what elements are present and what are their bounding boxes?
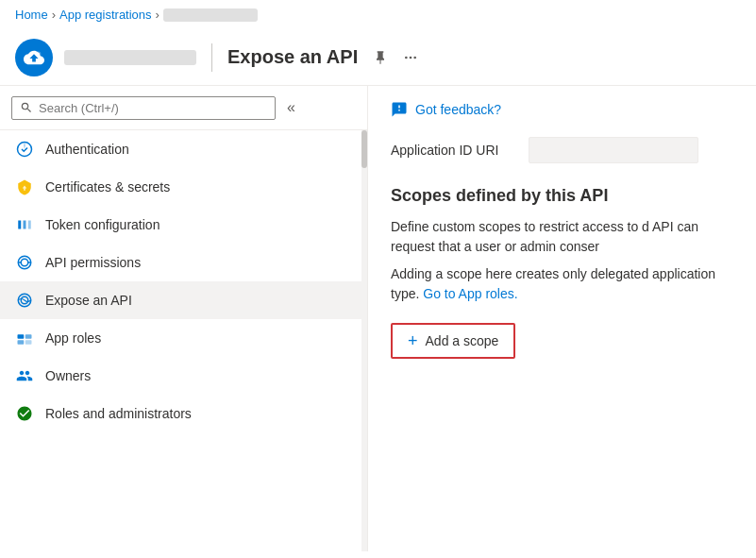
sidebar-item-owners[interactable]: Owners bbox=[0, 357, 367, 395]
svg-point-2 bbox=[410, 56, 412, 59]
page-title: Expose an API bbox=[227, 46, 358, 68]
main-layout: « Authentication bbox=[0, 86, 756, 551]
approles-icon bbox=[15, 329, 34, 347]
collapse-sidebar-button[interactable]: « bbox=[283, 95, 299, 120]
token-icon bbox=[15, 215, 34, 234]
owners-icon bbox=[15, 366, 34, 385]
pin-button[interactable] bbox=[369, 46, 392, 69]
app-icon bbox=[15, 39, 53, 76]
header-divider bbox=[211, 43, 212, 72]
svg-rect-14 bbox=[18, 334, 25, 339]
svg-rect-17 bbox=[25, 340, 32, 345]
scopes-desc-1: Define custom scopes to restrict access … bbox=[391, 217, 733, 257]
content-area: Got feedback? Application ID URI Scopes … bbox=[368, 86, 756, 551]
breadcrumb-sep-1: › bbox=[52, 8, 56, 22]
svg-rect-15 bbox=[25, 334, 32, 339]
api-icon bbox=[15, 253, 34, 272]
svg-rect-6 bbox=[24, 221, 26, 229]
more-options-button[interactable] bbox=[399, 46, 422, 69]
breadcrumb-current-app bbox=[163, 8, 258, 22]
sidebar-item-api-permissions-label: API permissions bbox=[45, 255, 141, 270]
pin-icon bbox=[373, 50, 388, 65]
app-id-uri-row: Application ID URI bbox=[391, 137, 733, 163]
breadcrumb: Home › App registrations › bbox=[0, 0, 756, 29]
svg-point-1 bbox=[405, 56, 408, 59]
sidebar-item-token-label: Token configuration bbox=[45, 217, 160, 232]
app-id-uri-value bbox=[529, 137, 698, 163]
search-wrapper[interactable] bbox=[11, 96, 276, 120]
sidebar-item-api-permissions[interactable]: API permissions bbox=[0, 244, 367, 281]
app-name-blurred bbox=[64, 50, 196, 65]
scrollbar-thumb[interactable] bbox=[361, 130, 367, 168]
sidebar-item-authentication[interactable]: Authentication bbox=[0, 130, 367, 168]
search-bar: « bbox=[0, 86, 367, 130]
cloud-settings-icon bbox=[24, 47, 44, 68]
feedback-bar[interactable]: Got feedback? bbox=[391, 101, 733, 118]
svg-point-3 bbox=[414, 56, 417, 59]
search-input[interactable] bbox=[39, 101, 267, 115]
feedback-label: Got feedback? bbox=[415, 102, 501, 117]
sidebar-item-certificates[interactable]: Certificates & secrets bbox=[0, 168, 367, 206]
scrollbar-track bbox=[361, 130, 367, 551]
scopes-section: Scopes defined by this API Define custom… bbox=[391, 186, 733, 359]
roles-icon bbox=[15, 404, 34, 423]
scopes-title: Scopes defined by this API bbox=[391, 186, 733, 206]
page-header: Expose an API bbox=[0, 29, 756, 86]
add-scope-button[interactable]: + Add a scope bbox=[391, 323, 515, 359]
sidebar: « Authentication bbox=[0, 86, 368, 551]
feedback-icon bbox=[391, 101, 408, 118]
cert-icon bbox=[15, 178, 34, 196]
svg-rect-5 bbox=[18, 221, 21, 229]
sidebar-item-app-roles-label: App roles bbox=[45, 330, 101, 346]
auth-icon bbox=[15, 140, 34, 159]
app-id-uri-label: Application ID URI bbox=[391, 143, 513, 158]
nav-scroll: Authentication Certificates & secrets bbox=[0, 130, 367, 551]
sidebar-item-token[interactable]: Token configuration bbox=[0, 206, 367, 244]
sidebar-item-owners-label: Owners bbox=[45, 368, 91, 383]
sidebar-item-roles-admins-label: Roles and administrators bbox=[45, 406, 192, 421]
expose-icon bbox=[15, 291, 34, 310]
ellipsis-icon bbox=[403, 50, 418, 65]
sidebar-item-expose-api[interactable]: Expose an API bbox=[0, 281, 367, 319]
sidebar-item-authentication-label: Authentication bbox=[45, 142, 129, 157]
svg-rect-16 bbox=[18, 340, 25, 345]
add-scope-label: Add a scope bbox=[426, 333, 499, 348]
header-actions bbox=[369, 46, 422, 69]
sidebar-item-certificates-label: Certificates & secrets bbox=[45, 179, 170, 194]
scopes-desc-2: Adding a scope here creates only delegat… bbox=[391, 264, 733, 304]
search-icon bbox=[20, 101, 33, 114]
breadcrumb-home[interactable]: Home bbox=[15, 8, 48, 22]
sidebar-item-expose-api-label: Expose an API bbox=[45, 293, 132, 308]
breadcrumb-sep-2: › bbox=[156, 8, 160, 22]
svg-point-9 bbox=[21, 259, 28, 266]
sidebar-item-app-roles[interactable]: App roles bbox=[0, 319, 367, 357]
sidebar-item-roles-admins[interactable]: Roles and administrators bbox=[0, 395, 367, 432]
breadcrumb-app-registrations[interactable]: App registrations bbox=[59, 8, 152, 22]
svg-rect-7 bbox=[28, 221, 31, 229]
go-to-app-roles-link[interactable]: Go to App roles. bbox=[423, 286, 517, 301]
add-scope-plus-icon: + bbox=[408, 332, 418, 349]
